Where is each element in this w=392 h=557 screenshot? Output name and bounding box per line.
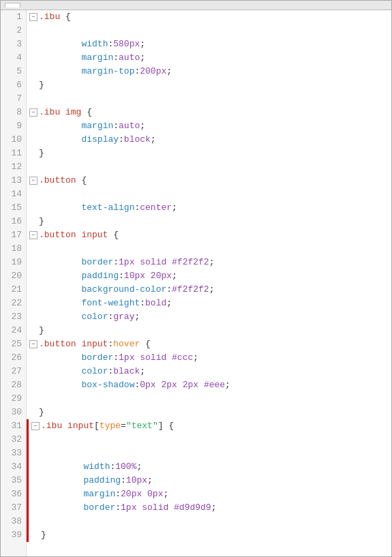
token: 20px 0px: [121, 487, 163, 501]
fold-icon[interactable]: −: [29, 231, 37, 239]
line-number: 39: [1, 528, 26, 542]
indent: [39, 133, 81, 147]
line-number: 37: [1, 501, 26, 515]
token: color: [81, 310, 108, 324]
token: input: [76, 337, 108, 351]
fold-icon[interactable]: −: [29, 13, 37, 21]
line-number: 20: [1, 269, 26, 283]
code-line: }: [27, 215, 391, 228]
fold-icon[interactable]: −: [29, 340, 37, 348]
file-tab[interactable]: [5, 3, 20, 7]
line-number: 8: [1, 106, 26, 119]
token: :: [134, 378, 140, 392]
code-line: width:580px;: [27, 37, 391, 51]
token: {: [60, 10, 71, 24]
token: black: [113, 365, 140, 378]
token: :: [121, 474, 126, 487]
token: [: [94, 419, 100, 433]
line-number: 25: [1, 337, 26, 351]
token: text-align: [81, 201, 134, 215]
token: ;: [163, 487, 168, 501]
code-line: font-weight:bold;: [27, 297, 391, 310]
code-line: border:1px solid #f2f2f2;: [27, 256, 391, 269]
token: ;: [193, 351, 198, 365]
code-line: }: [27, 78, 391, 92]
code-line: padding:10px 20px;: [27, 269, 391, 283]
token: "text": [126, 419, 158, 433]
line-number: 6: [1, 78, 26, 92]
indent: [41, 487, 83, 501]
token: :: [113, 119, 119, 133]
code-content[interactable]: −.ibu { width:580px; margin:auto; margin…: [27, 10, 391, 556]
code-line: }: [27, 406, 391, 419]
token: .ibu: [39, 10, 60, 24]
token: #f2f2f2: [172, 283, 209, 297]
token: background-color: [81, 283, 166, 297]
code-line: −.button {: [27, 174, 391, 187]
token: block: [124, 133, 151, 147]
token: ;: [225, 378, 230, 392]
indent: [39, 65, 81, 78]
token: auto: [119, 51, 140, 65]
token: 580px: [113, 37, 140, 51]
code-line: [27, 392, 391, 406]
token: 10px: [126, 474, 147, 487]
code-line: −.button input {: [27, 228, 391, 242]
line-number: 18: [1, 242, 26, 256]
token: box-shadow: [81, 378, 134, 392]
token: :: [119, 269, 124, 283]
line-number: 4: [1, 51, 26, 65]
token: }: [39, 215, 44, 228]
code-line: margin:auto;: [27, 119, 391, 133]
token: #f2f2f2: [172, 256, 209, 269]
code-line: box-shadow:0px 2px 2px #eee;: [27, 378, 391, 392]
token: .button: [39, 174, 76, 187]
token: :: [134, 201, 140, 215]
indent: [39, 51, 81, 65]
code-line: [27, 160, 391, 174]
token: bold: [145, 297, 166, 310]
line-number: 24: [1, 324, 26, 337]
code-line: [27, 187, 391, 201]
token: .button: [39, 337, 76, 351]
indent: [39, 365, 81, 378]
code-line: background-color:#f2f2f2;: [27, 283, 391, 297]
line-number: 3: [1, 37, 26, 51]
line-number: 2: [1, 24, 26, 37]
code-line: color:black;: [27, 365, 391, 378]
token: gray: [113, 310, 134, 324]
token: :: [115, 487, 121, 501]
fold-icon[interactable]: −: [29, 108, 37, 117]
line-number: 34: [1, 460, 26, 474]
code-line: border:1px solid #d9d9d9;: [27, 501, 391, 515]
editor-window: 1234567891011121314151617181920212223242…: [0, 0, 392, 557]
fold-icon[interactable]: −: [29, 177, 37, 185]
indent: [39, 269, 81, 283]
code-editor[interactable]: 1234567891011121314151617181920212223242…: [1, 10, 391, 556]
fold-icon[interactable]: −: [31, 422, 40, 430]
token: width: [83, 460, 110, 474]
token: margin-top: [81, 65, 134, 78]
token: padding: [83, 474, 121, 487]
line-number: 13: [1, 174, 26, 187]
token: margin: [81, 119, 113, 133]
token: #eee: [204, 378, 225, 392]
token: auto: [119, 119, 140, 133]
token: ;: [209, 283, 215, 297]
token: {: [140, 337, 151, 351]
code-line: [27, 433, 391, 447]
indent: [41, 501, 83, 515]
token: hover: [113, 337, 140, 351]
line-number: 12: [1, 160, 26, 174]
line-number: 15: [1, 201, 26, 215]
token: 200px: [140, 65, 166, 78]
token: ;: [134, 310, 140, 324]
token: .ibu: [41, 419, 62, 433]
code-line: }: [27, 528, 391, 542]
indent: [39, 283, 81, 297]
indent: [39, 201, 81, 215]
indent: [39, 297, 81, 310]
token: img: [60, 106, 81, 119]
code-line: [27, 515, 391, 528]
indent: [39, 351, 81, 365]
